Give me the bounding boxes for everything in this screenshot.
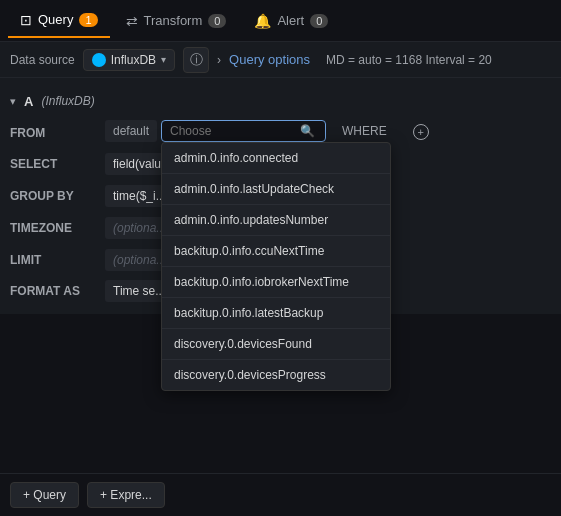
dropdown-item[interactable]: backitup.0.info.iobrokerNextTime — [162, 267, 390, 298]
from-default-value[interactable]: default — [105, 120, 157, 142]
from-search-input[interactable] — [170, 124, 300, 138]
query-options-meta: MD = auto = 1168 Interval = 20 — [326, 53, 492, 67]
datasource-label: Data source — [10, 53, 75, 67]
alert-icon: 🔔 — [254, 13, 271, 29]
from-dropdown: admin.0.info.connected admin.0.info.last… — [161, 142, 391, 391]
add-query-label: + Query — [23, 488, 66, 502]
query-editor: ▾ A (InfluxDB) FROM default 🔍 admin.0.in… — [0, 78, 561, 314]
tab-query[interactable]: ⊡ Query 1 — [8, 4, 110, 38]
dropdown-item[interactable]: discovery.0.devicesProgress — [162, 360, 390, 390]
from-search-container: 🔍 admin.0.info.connected admin.0.info.la… — [161, 120, 326, 142]
from-row: FROM default 🔍 admin.0.info.connected ad… — [0, 116, 561, 148]
tab-query-badge: 1 — [79, 13, 97, 27]
tab-query-label: Query — [38, 12, 73, 27]
query-icon: ⊡ — [20, 12, 32, 28]
section-header: ▾ A (InfluxDB) — [0, 86, 561, 116]
where-button[interactable]: WHERE — [332, 120, 397, 142]
influxdb-icon — [92, 53, 106, 67]
datasource-select[interactable]: InfluxDB ▾ — [83, 49, 175, 71]
dropdown-item[interactable]: backitup.0.info.latestBackup — [162, 298, 390, 329]
format-as-value: Time se... — [113, 284, 165, 298]
tab-transform-badge: 0 — [208, 14, 226, 28]
dropdown-item[interactable]: admin.0.info.lastUpdateCheck — [162, 174, 390, 205]
plus-icon: + — [413, 124, 429, 140]
tab-bar: ⊡ Query 1 ⇄ Transform 0 🔔 Alert 0 — [0, 0, 561, 42]
info-icon: ⓘ — [190, 51, 203, 69]
tab-transform-label: Transform — [144, 13, 203, 28]
toolbar: Data source InfluxDB ▾ ⓘ › Query options… — [0, 42, 561, 78]
add-query-button[interactable]: + Query — [10, 482, 79, 508]
influxdb-tag: (InfluxDB) — [41, 94, 94, 108]
select-label: SELECT — [10, 157, 105, 171]
add-expression-button[interactable]: + Expre... — [87, 482, 165, 508]
datasource-name: InfluxDB — [111, 53, 156, 67]
bottom-bar: + Query + Expre... — [0, 473, 561, 516]
chevron-down-icon: ▾ — [161, 54, 166, 65]
dropdown-item[interactable]: discovery.0.devicesFound — [162, 329, 390, 360]
from-label: FROM — [10, 120, 105, 140]
transform-icon: ⇄ — [126, 13, 138, 29]
format-as-label: FORMAT AS — [10, 284, 105, 298]
from-search-input-wrapper: 🔍 — [161, 120, 326, 142]
limit-label: LIMIT — [10, 253, 105, 267]
tab-alert-badge: 0 — [310, 14, 328, 28]
tab-alert[interactable]: 🔔 Alert 0 — [242, 4, 340, 38]
add-expression-label: + Expre... — [100, 488, 152, 502]
dropdown-item[interactable]: backitup.0.info.ccuNextTime — [162, 236, 390, 267]
dropdown-item[interactable]: admin.0.info.updatesNumber — [162, 205, 390, 236]
info-button[interactable]: ⓘ — [183, 47, 209, 73]
tab-transform[interactable]: ⇄ Transform 0 — [114, 4, 239, 38]
query-options-link[interactable]: Query options — [229, 52, 310, 67]
add-condition-button[interactable]: + — [403, 120, 439, 144]
group-by-label: GROUP BY — [10, 189, 105, 203]
timezone-label: TIMEZONE — [10, 221, 105, 235]
search-icon: 🔍 — [300, 124, 315, 138]
section-letter: A — [24, 94, 33, 109]
tab-alert-label: Alert — [277, 13, 304, 28]
dropdown-item[interactable]: admin.0.info.connected — [162, 143, 390, 174]
arrow-separator: › — [217, 53, 221, 67]
collapse-icon[interactable]: ▾ — [10, 95, 16, 108]
